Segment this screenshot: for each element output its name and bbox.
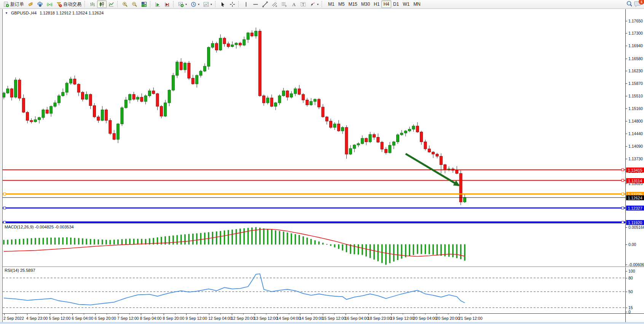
- macd-histogram-bar: [94, 239, 95, 245]
- signals-button[interactable]: [45, 0, 54, 8]
- price-level-label: 1.11920: [626, 220, 644, 225]
- candle: [18, 80, 21, 98]
- text-button[interactable]: A: [289, 0, 298, 8]
- macd-histogram-bar: [188, 234, 190, 244]
- macd-histogram-bar: [35, 238, 36, 244]
- trendline-button[interactable]: [260, 0, 270, 8]
- x-axis-minor-tick: [448, 314, 448, 314]
- timeframe-button-d1[interactable]: D1: [391, 0, 401, 8]
- macd-histogram-bar: [381, 244, 383, 263]
- candle: [353, 145, 356, 148]
- bar-chart-button[interactable]: [88, 0, 97, 8]
- x-axis-minor-tick: [198, 314, 198, 314]
- candle: [199, 71, 202, 75]
- x-axis-minor-tick: [38, 314, 39, 314]
- crosshair-button[interactable]: [228, 0, 237, 8]
- macd-histogram-bar: [291, 233, 292, 244]
- navigator-button[interactable]: [35, 0, 45, 8]
- macd-histogram-bar: [405, 244, 406, 257]
- vertical-line-button[interactable]: [241, 0, 251, 8]
- search-icon[interactable]: [626, 1, 632, 7]
- macd-histogram-bar: [82, 239, 83, 244]
- timeframe-button-m15[interactable]: M15: [346, 0, 359, 8]
- chat-icon[interactable]: 1: [634, 0, 642, 7]
- candle: [377, 137, 379, 142]
- arrows-button[interactable]: ▾: [308, 0, 320, 8]
- candle: [109, 120, 112, 133]
- templates-button[interactable]: ▾: [201, 0, 214, 8]
- time-axis[interactable]: 2 Sep 20224 Sep 23:005 Sep 12:006 Sep 04…: [3, 314, 625, 322]
- candle: [389, 145, 391, 153]
- candlestick-chart-button[interactable]: [97, 0, 107, 8]
- new-order-button[interactable]: 新订单: [2, 0, 26, 8]
- timeframe-button-mn[interactable]: MN: [411, 0, 422, 8]
- svg-text:A: A: [292, 2, 296, 7]
- market-watch-button[interactable]: [26, 0, 35, 8]
- auto-scroll-button[interactable]: [153, 0, 163, 8]
- line-handle[interactable]: [3, 193, 6, 195]
- cursor-button[interactable]: [218, 0, 228, 8]
- y-axis-tick: 1.15510: [628, 94, 643, 98]
- x-axis-minor-tick: [403, 314, 403, 314]
- candle: [330, 121, 332, 128]
- price-level-label: 1.12624: [626, 195, 644, 200]
- timeframe-button-h4[interactable]: H4: [381, 0, 391, 8]
- x-axis-label: 6 Sep 04:00: [72, 316, 93, 321]
- y-axis-tick-mark: [626, 184, 627, 184]
- y-axis-tick-mark: [626, 308, 627, 308]
- macd-histogram-bar: [346, 244, 347, 252]
- fibonacci-icon: F: [281, 2, 287, 7]
- y-axis-tick: 1.17650: [628, 19, 643, 23]
- line-handle[interactable]: [622, 179, 624, 182]
- price-chart-pane[interactable]: [3, 9, 625, 224]
- zoom-in-button[interactable]: [120, 0, 130, 8]
- chevron-down-icon[interactable]: ▼: [5, 11, 8, 15]
- periods-button[interactable]: ▾: [189, 0, 201, 8]
- macd-histogram-bar: [51, 238, 52, 245]
- zoom-out-button[interactable]: [130, 0, 139, 8]
- y-axis-tick-mark: [626, 46, 627, 46]
- x-axis-label: 20 Sep 20:00: [436, 316, 459, 321]
- timeframe-group: M1M5M15M30H1H4D1W1MN: [326, 0, 422, 8]
- vertical-line-icon: [243, 2, 249, 7]
- text-label-button[interactable]: T: [298, 0, 308, 8]
- chart-shift-button[interactable]: [163, 0, 172, 8]
- timeframe-button-h1[interactable]: H1: [372, 0, 381, 8]
- macd-histogram-bar: [46, 238, 48, 244]
- y-axis-tick-mark: [626, 59, 627, 59]
- line-chart-button[interactable]: [107, 0, 116, 8]
- macd-histogram-bar: [192, 234, 193, 244]
- macd-pane[interactable]: [3, 224, 625, 267]
- macd-histogram-bar: [311, 239, 312, 244]
- horizontal-line-icon: [253, 2, 258, 7]
- notification-badge: 1: [639, 0, 644, 5]
- timeframe-button-w1[interactable]: W1: [401, 0, 411, 8]
- line-handle[interactable]: [3, 207, 6, 209]
- price-axis[interactable]: 1.176501.173001.169401.165801.162301.158…: [625, 9, 644, 322]
- tile-windows-button[interactable]: [139, 0, 149, 8]
- fibonacci-button[interactable]: F: [279, 0, 289, 8]
- zoom-out-icon: [132, 2, 137, 7]
- timeframe-button-m1[interactable]: M1: [326, 0, 336, 8]
- x-axis-minor-tick: [425, 314, 426, 314]
- macd-histogram-bar: [303, 236, 304, 244]
- line-handle[interactable]: [622, 207, 624, 209]
- candle: [314, 99, 316, 102]
- indicators-button[interactable]: ▾: [176, 0, 189, 8]
- x-axis-minor-tick: [220, 314, 221, 314]
- macd-histogram-bar: [15, 239, 16, 244]
- equidistant-channel-button[interactable]: E: [270, 0, 279, 8]
- macd-histogram-bar: [330, 244, 332, 246]
- macd-histogram-bar: [456, 244, 457, 258]
- candle: [129, 94, 131, 100]
- line-handle[interactable]: [622, 193, 624, 195]
- macd-histogram-bar: [464, 244, 465, 260]
- autotrading-button[interactable]: 自动交易: [54, 0, 83, 8]
- horizontal-line-button[interactable]: [251, 0, 260, 8]
- macd-histogram-bar: [204, 233, 205, 244]
- macd-histogram-bar: [393, 244, 394, 262]
- timeframe-button-m30[interactable]: M30: [359, 0, 372, 8]
- rsi-pane[interactable]: [3, 267, 625, 313]
- timeframe-button-m5[interactable]: M5: [336, 0, 347, 8]
- line-handle[interactable]: [622, 169, 624, 171]
